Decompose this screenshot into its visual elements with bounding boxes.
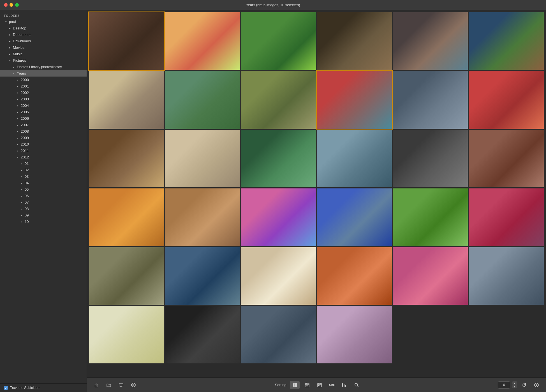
sidebar-item-m05[interactable]: 05	[0, 186, 87, 193]
photo-cell[interactable]	[165, 306, 240, 363]
sidebar-item-photos-library[interactable]: Photos Library.photoslibrary	[0, 64, 87, 70]
photo-cell[interactable]	[241, 188, 316, 246]
photo-cell[interactable]	[241, 306, 316, 363]
sidebar-item-pictures[interactable]: Pictures	[0, 57, 87, 64]
photo-cell[interactable]	[317, 247, 392, 305]
sidebar-item-2002[interactable]: 2002	[0, 89, 87, 96]
photo-cell[interactable]	[89, 12, 164, 70]
photo-cell[interactable]	[165, 12, 240, 70]
sidebar-item-m01[interactable]: 01	[0, 160, 87, 167]
photo-cell[interactable]	[317, 188, 392, 246]
stepper-down-button[interactable]: ▼	[512, 385, 517, 388]
sidebar-item-label: 06	[24, 193, 87, 199]
sidebar-item-downloads[interactable]: Downloads	[0, 38, 87, 44]
photo-cell[interactable]	[165, 130, 240, 187]
sort-calendar1-button[interactable]	[302, 381, 312, 389]
sidebar-item-2012[interactable]: 2012	[0, 154, 87, 160]
display-button[interactable]	[116, 381, 126, 389]
info-button[interactable]	[531, 381, 542, 389]
sidebar-item-paul[interactable]: paul	[0, 19, 87, 25]
sidebar-item-desktop[interactable]: Desktop	[0, 25, 87, 31]
stepper-up-button[interactable]: ▲	[512, 381, 517, 385]
sidebar-item-m03[interactable]: 03	[0, 173, 87, 180]
photo-cell[interactable]	[317, 306, 392, 363]
arrow-icon	[20, 213, 24, 217]
photo-cell[interactable]	[469, 71, 544, 128]
traverse-subfolders-checkbox[interactable]: ✓	[4, 386, 8, 390]
photo-cell[interactable]	[393, 130, 468, 187]
photo-cell[interactable]	[469, 130, 544, 187]
sidebar-item-2005[interactable]: 2005	[0, 109, 87, 115]
photo-cell[interactable]	[165, 71, 240, 128]
svg-rect-26	[342, 383, 343, 387]
sidebar-item-m02[interactable]: 02	[0, 167, 87, 173]
photo-cell[interactable]	[165, 188, 240, 246]
sidebar-item-m10[interactable]: 10	[0, 218, 87, 225]
photo-cell[interactable]	[469, 247, 544, 305]
photo-cell[interactable]	[317, 71, 392, 128]
sidebar-item-2007[interactable]: 2007	[0, 122, 87, 128]
sidebar-item-movies[interactable]: Movies	[0, 44, 87, 51]
photo-cell[interactable]	[469, 12, 544, 70]
photo-cell[interactable]	[469, 188, 544, 246]
sidebar-item-m09[interactable]: 09	[0, 212, 87, 218]
delete-button[interactable]	[91, 381, 101, 389]
sidebar-item-m04[interactable]: 04	[0, 180, 87, 186]
sort-calendar2-button[interactable]	[315, 381, 324, 389]
arrow-icon	[20, 200, 24, 204]
photo-cell[interactable]	[89, 188, 164, 246]
sidebar-item-m08[interactable]: 08	[0, 206, 87, 212]
close-button[interactable]	[4, 3, 8, 7]
photo-cell[interactable]	[89, 306, 164, 363]
close-x-button[interactable]	[128, 381, 138, 389]
photo-cell[interactable]	[89, 130, 164, 187]
sort-bars-button[interactable]	[339, 381, 349, 389]
arrow-icon	[16, 149, 20, 153]
sidebar-item-years[interactable]: Years	[0, 70, 87, 77]
sidebar-item-2000[interactable]: 2000	[0, 77, 87, 83]
photo-grid[interactable]	[87, 10, 546, 377]
sidebar-item-2004[interactable]: 2004	[0, 102, 87, 109]
sidebar-item-label: 2004	[20, 103, 87, 108]
toolbar-left	[91, 381, 138, 389]
photo-cell[interactable]	[393, 188, 468, 246]
photo-cell[interactable]	[317, 130, 392, 187]
sidebar-item-2001[interactable]: 2001	[0, 83, 87, 89]
photo-cell[interactable]	[393, 12, 468, 70]
sidebar-item-label: 2008	[20, 129, 87, 134]
window-title: Years (6695 images, 10 selected)	[246, 3, 300, 7]
sidebar-item-2009[interactable]: 2009	[0, 135, 87, 141]
sort-abc-label: ABC	[328, 383, 335, 387]
sort-search-button[interactable]	[352, 381, 361, 389]
photo-cell[interactable]	[165, 247, 240, 305]
photo-cell[interactable]	[393, 247, 468, 305]
photo-cell[interactable]	[89, 71, 164, 128]
maximize-button[interactable]	[15, 3, 19, 7]
photo-cell[interactable]	[241, 130, 316, 187]
traffic-lights	[4, 3, 19, 7]
photo-cell[interactable]	[89, 247, 164, 305]
folder-button[interactable]	[104, 381, 114, 389]
sidebar-item-2011[interactable]: 2011	[0, 147, 87, 154]
sort-grid-button[interactable]	[290, 381, 300, 389]
count-input[interactable]: 6	[498, 381, 510, 389]
sidebar-item-2003[interactable]: 2003	[0, 96, 87, 102]
sidebar-item-2010[interactable]: 2010	[0, 141, 87, 147]
svg-rect-11	[293, 383, 295, 385]
sidebar-item-documents[interactable]: Documents	[0, 31, 87, 38]
sidebar-item-m07[interactable]: 07	[0, 199, 87, 206]
sidebar-item-music[interactable]: Music	[0, 51, 87, 57]
sidebar-item-label: Desktop	[12, 26, 87, 31]
sidebar-item-2006[interactable]: 2006	[0, 115, 87, 122]
arrow-icon	[8, 52, 12, 56]
sidebar-item-m06[interactable]: 06	[0, 193, 87, 199]
photo-cell[interactable]	[317, 12, 392, 70]
photo-cell[interactable]	[241, 71, 316, 128]
sidebar-item-2008[interactable]: 2008	[0, 128, 87, 135]
photo-cell[interactable]	[393, 71, 468, 128]
sort-abc-button[interactable]: ABC	[327, 381, 337, 389]
photo-cell[interactable]	[241, 247, 316, 305]
minimize-button[interactable]	[10, 3, 13, 7]
refresh-button[interactable]	[519, 381, 529, 389]
photo-cell[interactable]	[241, 12, 316, 70]
